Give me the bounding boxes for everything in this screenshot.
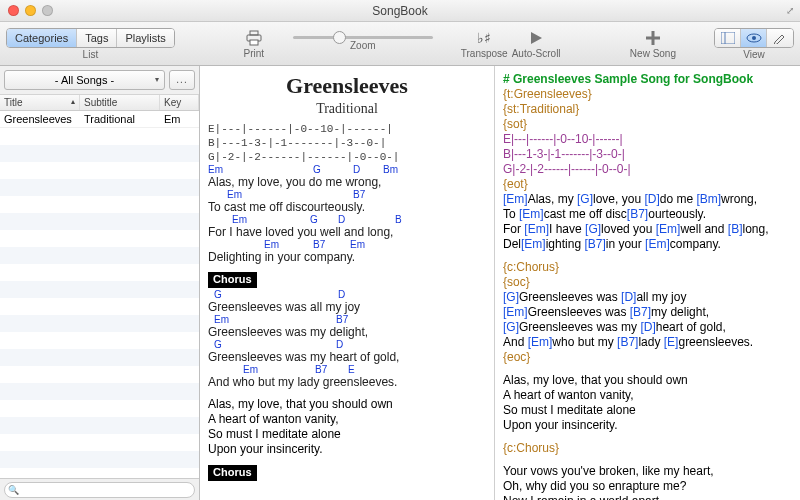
src-cchorus: {c:Chorus} — [503, 260, 792, 275]
transpose-control[interactable]: ♭♯ Transpose — [461, 29, 508, 59]
col-subtitle: Subtitle — [80, 95, 160, 110]
more-button[interactable]: ... — [169, 70, 195, 90]
lyric-line: Greensleeves was my delight,EmB7 — [208, 325, 486, 339]
category-select[interactable]: - All Songs - — [4, 70, 165, 90]
lyric-line: For I have loved you well and long,EmGDB — [208, 225, 486, 239]
chord: D — [338, 214, 345, 227]
chord: E — [348, 364, 355, 377]
song-view: Greensleeves Traditional E|---|------|-0… — [200, 66, 495, 500]
source-view[interactable]: # Greensleeves Sample Song for SongBook … — [495, 66, 800, 500]
play-icon — [525, 29, 547, 47]
src-line: [G]Greensleeves was [D]all my joy — [503, 290, 792, 305]
zoom-control[interactable]: Zoom — [293, 36, 433, 51]
chord: Em — [350, 239, 365, 252]
window-title: SongBook — [0, 4, 800, 18]
lyric-line: Alas, my love, that you should own — [208, 397, 486, 412]
search-input[interactable] — [4, 482, 195, 498]
zoom-slider — [293, 36, 433, 39]
src-line: A heart of wanton vanity, — [503, 388, 792, 403]
svg-marker-3 — [531, 32, 542, 44]
songlist-empty — [0, 128, 199, 478]
tab-categories[interactable]: Categories — [7, 29, 77, 47]
chord: Em — [264, 239, 279, 252]
print-control[interactable]: Print — [243, 29, 265, 59]
list-mode-tabs: Categories Tags Playlists — [6, 28, 175, 48]
src-line: [Em]Greensleeves was [B7]my delight, — [503, 305, 792, 320]
src-tab: E|---|------|-0--10-|------| B|---1-3-|-… — [503, 132, 792, 177]
lyric-line: Delighting in your company.EmB7Em — [208, 250, 486, 264]
lyric-line: Greensleeves was all my joyGD — [208, 300, 486, 314]
svg-rect-1 — [250, 31, 258, 35]
content: Greensleeves Traditional E|---|------|-0… — [200, 66, 800, 500]
lyric-line: Greensleeves was my heart of gold,GD — [208, 350, 486, 364]
lyric-line: And who but my lady greensleeves.EmB7E — [208, 375, 486, 389]
src-line: To [Em]cast me off disc[B7]ourteously. — [503, 207, 792, 222]
song-title: Greensleeves — [208, 72, 486, 100]
tab-tags[interactable]: Tags — [77, 29, 117, 47]
chord: D — [353, 164, 360, 177]
view-edit-icon[interactable] — [767, 29, 793, 47]
src-cchorus2: {c:Chorus} — [503, 441, 792, 456]
view-preview-icon[interactable] — [741, 29, 767, 47]
newsong-control[interactable]: New Song — [630, 29, 676, 59]
chord: D — [336, 339, 343, 352]
chord: B7 — [313, 239, 325, 252]
searchbar: 🔍 — [0, 478, 199, 500]
chord: Em — [232, 214, 247, 227]
lyric-line: So must I meditate alone — [208, 427, 486, 442]
print-icon — [243, 29, 265, 47]
src-line: Now I remain in a world apart — [503, 494, 792, 500]
close-icon[interactable] — [8, 5, 19, 16]
col-key: Key — [160, 95, 199, 110]
src-sot: {sot} — [503, 117, 792, 132]
chord: G — [313, 164, 321, 177]
titlebar: SongBook ⤢ — [0, 0, 800, 22]
plus-icon — [642, 29, 664, 47]
src-eoc: {eoc} — [503, 350, 792, 365]
src-line: For [Em]I have [G]loved you [Em]well and… — [503, 222, 792, 237]
src-eot: {eot} — [503, 177, 792, 192]
chord: Em — [243, 364, 258, 377]
src-line: Oh, why did you so enrapture me? — [503, 479, 792, 494]
chord: Bm — [383, 164, 398, 177]
chord: Em — [208, 164, 223, 177]
lyric-line: A heart of wanton vanity, — [208, 412, 486, 427]
minimize-icon[interactable] — [25, 5, 36, 16]
src-line: [G]Greensleeves was my [D]heart of gold, — [503, 320, 792, 335]
song-tab: E|---|------|-0--10-|------| B|---1-3-|-… — [208, 123, 486, 164]
svg-rect-2 — [250, 40, 258, 45]
svg-point-7 — [752, 36, 756, 40]
chorus-label-2: Chorus — [208, 465, 257, 481]
songlist-row[interactable]: Greensleeves Traditional Em — [0, 111, 199, 128]
zoom-thumb — [333, 31, 346, 44]
songlist-header[interactable]: Title Subtitle Key — [0, 95, 199, 111]
chord: D — [338, 289, 345, 302]
src-line: So must I meditate alone — [503, 403, 792, 418]
chord: G — [310, 214, 318, 227]
chord: G — [214, 339, 222, 352]
src-line: Del[Em]ighting [B7]in your [Em]company. — [503, 237, 792, 252]
chord: B7 — [353, 189, 365, 202]
tab-playlists[interactable]: Playlists — [117, 29, 173, 47]
chord: G — [214, 289, 222, 302]
chord: Em — [227, 189, 242, 202]
autoscroll-control[interactable]: Auto-Scroll — [512, 29, 561, 59]
svg-rect-4 — [721, 32, 735, 44]
src-title-dir: {t:Greensleeves} — [503, 87, 792, 102]
transpose-icon: ♭♯ — [473, 29, 495, 47]
chord: B7 — [315, 364, 327, 377]
sidebar: - All Songs - ... Title Subtitle Key Gre… — [0, 66, 200, 500]
toolbar: Categories Tags Playlists List Print Zoo… — [0, 22, 800, 66]
fullscreen-icon[interactable]: ⤢ — [786, 5, 794, 16]
search-icon: 🔍 — [8, 485, 19, 495]
zoom-icon[interactable] — [42, 5, 53, 16]
src-line: And [Em]who but my [B7]lady [E]greenslee… — [503, 335, 792, 350]
src-line: Upon your insincerity. — [503, 418, 792, 433]
lyric-line: Upon your insincerity. — [208, 442, 486, 457]
chord: B7 — [336, 314, 348, 327]
src-comment: # Greensleeves Sample Song for SongBook — [503, 72, 792, 87]
list-label: List — [83, 49, 99, 60]
src-subtitle-dir: {st:Traditional} — [503, 102, 792, 117]
view-split-icon[interactable] — [715, 29, 741, 47]
src-soc: {soc} — [503, 275, 792, 290]
